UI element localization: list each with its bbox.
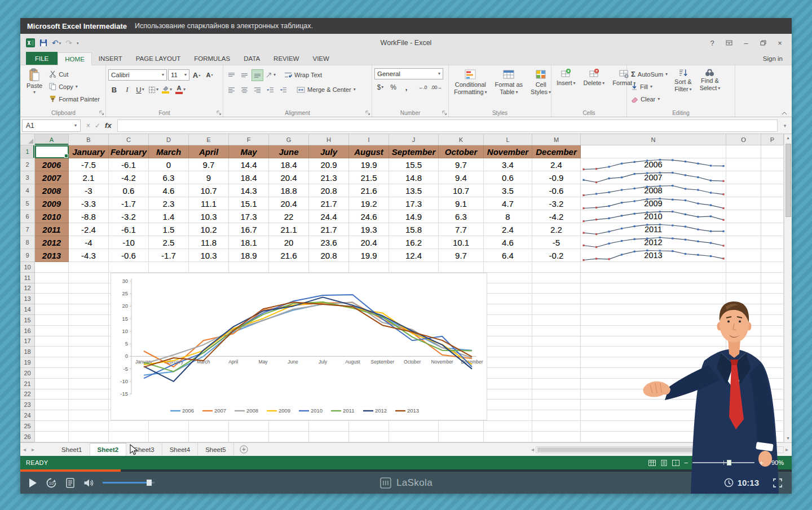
- cell-G9[interactable]: 21.6: [269, 249, 309, 262]
- wrap-text-button[interactable]: Wrap Text: [283, 69, 324, 81]
- cell-A4[interactable]: 2008: [35, 184, 69, 197]
- cell-A26[interactable]: [35, 432, 69, 442]
- cell-E5[interactable]: 11.1: [189, 197, 229, 210]
- cell-B16[interactable]: [69, 326, 109, 336]
- row-header-5[interactable]: 5: [20, 197, 35, 210]
- cell-K8[interactable]: 10.1: [439, 236, 484, 249]
- cell-H25[interactable]: [309, 421, 349, 432]
- cell-J10[interactable]: [389, 262, 439, 273]
- align-bottom-button[interactable]: [251, 69, 263, 81]
- cell-L17[interactable]: [484, 336, 532, 347]
- conditional-formatting-button[interactable]: Conditional Formatting▾: [451, 67, 490, 108]
- row-header-25[interactable]: 25: [20, 421, 35, 432]
- cell-M26[interactable]: [532, 432, 581, 442]
- cell-I25[interactable]: [349, 421, 389, 432]
- cell-G10[interactable]: [269, 262, 309, 273]
- collapse-ribbon-icon[interactable]: [782, 112, 787, 115]
- cell-N5[interactable]: 2009: [581, 197, 726, 210]
- cell-B21[interactable]: [69, 379, 109, 389]
- cell-M23[interactable]: [532, 400, 581, 410]
- play-button[interactable]: [29, 478, 37, 487]
- cell-M25[interactable]: [532, 421, 581, 432]
- row-header-3[interactable]: 3: [20, 171, 35, 184]
- column-header-A[interactable]: A: [35, 134, 69, 145]
- cell-I3[interactable]: 21.5: [349, 171, 389, 184]
- find-select-button[interactable]: Find & Select▾: [697, 67, 723, 108]
- tab-page-layout[interactable]: PAGE LAYOUT: [129, 52, 187, 65]
- cell-B14[interactable]: [69, 304, 109, 315]
- underline-button[interactable]: U▾: [134, 84, 146, 96]
- cell-B6[interactable]: -8.8: [69, 210, 109, 223]
- cell-A17[interactable]: [35, 336, 69, 347]
- cell-P8[interactable]: [761, 236, 784, 249]
- cell-K26[interactable]: [439, 432, 484, 442]
- cell-B3[interactable]: 2.1: [69, 171, 109, 184]
- cell-D8[interactable]: 2.5: [149, 236, 189, 249]
- cell-B26[interactable]: [69, 432, 109, 442]
- row-header-12[interactable]: 12: [20, 283, 35, 294]
- cell-D7[interactable]: 1.5: [149, 223, 189, 236]
- cell-N2[interactable]: 2006: [581, 158, 726, 171]
- cell-L12[interactable]: [484, 283, 532, 294]
- cell-A9[interactable]: 2013: [35, 249, 69, 262]
- cell-A21[interactable]: [35, 379, 69, 389]
- cell-A18[interactable]: [35, 347, 69, 357]
- cell-G2[interactable]: 18.4: [269, 158, 309, 171]
- cell-A19[interactable]: [35, 357, 69, 368]
- cell-N4[interactable]: 2008: [581, 184, 726, 197]
- cell-D2[interactable]: 0: [149, 158, 189, 171]
- cell-B9[interactable]: -4.3: [69, 249, 109, 262]
- cell-N3[interactable]: 2007: [581, 171, 726, 184]
- cell-H4[interactable]: 20.8: [309, 184, 349, 197]
- cell-E3[interactable]: 9: [189, 171, 229, 184]
- volume-icon[interactable]: [83, 478, 94, 487]
- embedded-chart[interactable]: 302520151050-5-10-15JanuaryFebruaryMarch…: [111, 273, 487, 420]
- cell-P10[interactable]: [761, 262, 784, 273]
- notes-icon[interactable]: [66, 478, 74, 488]
- cell-J2[interactable]: 15.5: [389, 158, 439, 171]
- customize-qat-icon[interactable]: ▾: [77, 41, 79, 45]
- cell-M17[interactable]: [532, 336, 581, 347]
- cell-A13[interactable]: [35, 294, 69, 304]
- cell-N6[interactable]: 2010: [581, 210, 726, 223]
- cell-C25[interactable]: [109, 421, 149, 432]
- format-as-table-button[interactable]: Format as Table▾: [492, 67, 526, 108]
- select-all-button[interactable]: [20, 134, 35, 145]
- font-name-combo[interactable]: Calibri▾: [108, 69, 167, 81]
- cell-A11[interactable]: [35, 273, 69, 283]
- cell-O11[interactable]: [726, 273, 761, 283]
- row-header-16[interactable]: 16: [20, 326, 35, 336]
- cell-E26[interactable]: [189, 432, 229, 442]
- column-header-C[interactable]: C: [109, 134, 149, 145]
- cell-G25[interactable]: [269, 421, 309, 432]
- cell-B11[interactable]: [69, 273, 109, 283]
- cell-B24[interactable]: [69, 410, 109, 421]
- cell-P4[interactable]: [761, 184, 784, 197]
- cell-L7[interactable]: 2.4: [484, 223, 532, 236]
- cell-D9[interactable]: -1.7: [149, 249, 189, 262]
- cell-I9[interactable]: 19.9: [349, 249, 389, 262]
- cell-H2[interactable]: 20.9: [309, 158, 349, 171]
- cell-L23[interactable]: [484, 400, 532, 410]
- cell-K1[interactable]: October: [439, 145, 484, 158]
- fill-button[interactable]: Fill▾: [629, 81, 669, 92]
- cell-H9[interactable]: 20.8: [309, 249, 349, 262]
- tab-nav-right-icon[interactable]: ▸: [29, 446, 37, 453]
- align-top-button[interactable]: [226, 69, 237, 81]
- row-header-24[interactable]: 24: [20, 410, 35, 421]
- row-header-6[interactable]: 6: [20, 210, 35, 223]
- vertical-scroll-thumb[interactable]: [785, 144, 791, 217]
- cell-F7[interactable]: 16.7: [229, 223, 269, 236]
- cell-L11[interactable]: [484, 273, 532, 283]
- cell-H1[interactable]: July: [309, 145, 349, 158]
- cell-P11[interactable]: [761, 273, 784, 283]
- cell-D1[interactable]: March: [149, 145, 189, 158]
- align-middle-button[interactable]: [239, 69, 250, 81]
- sheet-tab-sheet5[interactable]: Sheet5: [198, 443, 233, 456]
- format-painter-button[interactable]: Format Painter: [47, 93, 102, 105]
- cell-A16[interactable]: [35, 326, 69, 336]
- row-header-18[interactable]: 18: [20, 347, 35, 357]
- column-header-B[interactable]: B: [69, 134, 109, 145]
- autosum-button[interactable]: ΣAutoSum▾: [629, 68, 669, 80]
- cell-G6[interactable]: 22: [269, 210, 309, 223]
